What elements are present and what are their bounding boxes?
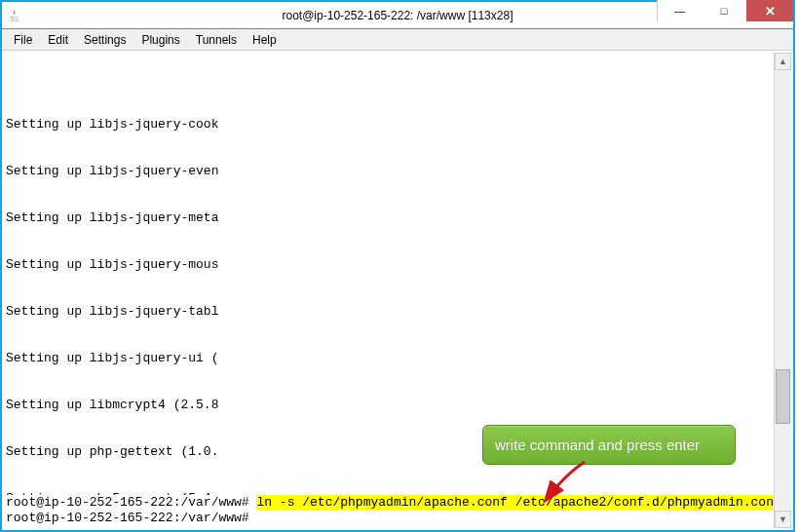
menu-tunnels[interactable]: Tunnels <box>188 33 245 47</box>
terminal-line: Setting up libjs-jquery-tabl <box>6 304 772 320</box>
callout-text: write command and press enter <box>495 437 700 453</box>
terminal-bottom-line: root@ip-10-252-165-222:/var/www# <box>6 511 249 526</box>
terminal-line: Setting up libjs-jquery-even <box>6 164 772 179</box>
maximize-button[interactable]: □ <box>702 0 746 21</box>
terminal-line: Setting up libjs-jquery-meta <box>6 210 772 226</box>
command-line-highlight[interactable]: root@ip-10-252-165-222:/var/www# ln -s /… <box>6 495 774 511</box>
prompt: root@ip-10-252-165-222:/var/www# <box>6 495 256 511</box>
menu-edit[interactable]: Edit <box>40 33 76 47</box>
titlebar: root@ip-10-252-165-222: /var/www [113x28… <box>2 2 793 29</box>
menubar: File Edit Settings Plugins Tunnels Help <box>2 29 793 51</box>
annotation-callout: write command and press enter <box>482 425 736 465</box>
close-button[interactable]: ✕ <box>746 0 793 21</box>
menu-file[interactable]: File <box>6 33 40 47</box>
scroll-down-button[interactable]: ▼ <box>775 511 791 528</box>
window-controls: — □ ✕ <box>657 0 793 21</box>
vertical-scrollbar[interactable]: ▲ ▼ <box>774 53 791 528</box>
menu-help[interactable]: Help <box>245 33 285 47</box>
java-icon <box>8 8 23 23</box>
scrollbar-thumb[interactable] <box>776 369 790 424</box>
terminal-line: Setting up libjs-jquery-mous <box>6 257 772 273</box>
minimize-button[interactable]: — <box>657 0 702 21</box>
terminal-line: Setting up libjs-jquery-cook <box>6 117 772 133</box>
terminal-line: Setting up libmcrypt4 (2.5.8 <box>6 398 772 413</box>
scrollbar-track[interactable] <box>775 70 791 511</box>
window-title: root@ip-10-252-165-222: /var/www [113x28… <box>283 9 514 22</box>
menu-plugins[interactable]: Plugins <box>133 33 187 47</box>
typed-command: ln -s /etc/phpmyadmin/apache.conf /etc/a… <box>256 495 774 511</box>
terminal-line: Setting up libjs-jquery-ui ( <box>6 351 772 366</box>
annotation-arrow-icon <box>541 460 599 509</box>
menu-settings[interactable]: Settings <box>76 33 133 47</box>
scroll-up-button[interactable]: ▲ <box>775 53 791 70</box>
